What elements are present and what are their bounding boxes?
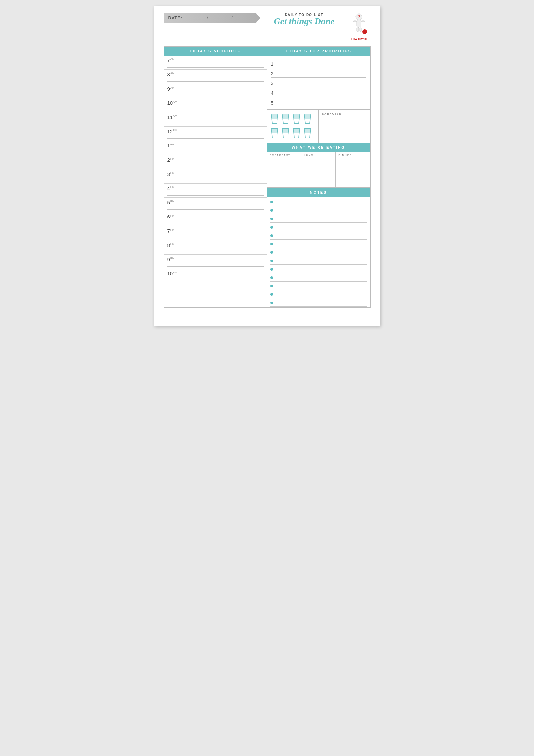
priority-list: 1 2 3 4 5 (267, 56, 370, 109)
svg-rect-3 (362, 21, 365, 22)
time-suffix: PM (170, 242, 175, 246)
priority-item-3[interactable]: 3 (271, 78, 366, 87)
note-bullet (270, 293, 273, 296)
svg-text:?: ? (357, 14, 361, 19)
water-glass-icon[interactable] (303, 113, 312, 125)
water-glass-icon[interactable] (292, 127, 301, 139)
time-suffix: PM (170, 256, 175, 260)
logo-svg: ? (350, 13, 368, 36)
time-label: 5PM (167, 200, 175, 205)
water-glass-icon[interactable] (270, 113, 279, 125)
breakfast-col[interactable]: BREAKFAST (267, 152, 301, 187)
right-column: TODAY'S TOP PRIORITIES 1 2 3 4 5 (267, 46, 370, 308)
date-section: DATE: _______ /_______ /_______ (164, 13, 261, 23)
time-slot-4pm[interactable]: 4PM (164, 184, 267, 198)
note-bullet (270, 201, 273, 203)
svg-point-7 (363, 29, 367, 34)
water-glass-icon[interactable] (270, 127, 279, 139)
time-suffix: PM (170, 185, 175, 189)
time-slot-2pm[interactable]: 2PM (164, 155, 267, 169)
time-slot-7pm[interactable]: 7PM (164, 226, 267, 240)
note-item[interactable] (270, 214, 367, 223)
notes-header: NOTES (267, 188, 370, 197)
water-row-1 (270, 113, 316, 125)
time-suffix: PM (173, 129, 177, 132)
note-bullet (270, 243, 273, 245)
dinner-col[interactable]: DINNER (336, 152, 370, 187)
priority-item-5[interactable]: 5 (271, 97, 366, 107)
time-slot-9am[interactable]: 9AM (164, 84, 267, 98)
time-slot-7am[interactable]: 7AM (164, 56, 267, 70)
time-label: 10PM (167, 271, 177, 276)
note-item[interactable] (270, 223, 367, 231)
water-glass-icon[interactable] (281, 113, 291, 125)
time-slot-10pm[interactable]: 10PM (164, 269, 267, 289)
note-item[interactable] (270, 239, 367, 248)
priority-item-4[interactable]: 4 (271, 87, 366, 97)
note-item[interactable] (270, 231, 367, 239)
note-item[interactable] (270, 273, 367, 282)
priority-num-5: 5 (271, 100, 277, 106)
notes-list (267, 197, 370, 308)
tagline: Get things Done (261, 16, 348, 26)
priority-num-4: 4 (271, 91, 277, 96)
note-item[interactable] (270, 298, 367, 307)
priority-item-1[interactable]: 1 (271, 58, 366, 68)
time-slot-8am[interactable]: 8AM (164, 70, 267, 84)
lunch-col[interactable]: LUNCH (301, 152, 336, 187)
time-slot-6pm[interactable]: 6PM (164, 212, 267, 226)
time-slot-12pm[interactable]: 12PM (164, 127, 267, 141)
time-slot-11am[interactable]: 11AM (164, 113, 267, 127)
time-label: 1PM (167, 143, 175, 148)
note-item[interactable] (270, 206, 367, 214)
note-item[interactable] (270, 282, 367, 290)
title-section: DAILY TO DO LIST Get things Done (261, 13, 348, 26)
time-suffix: PM (170, 143, 175, 146)
water-glass-icon[interactable] (292, 113, 301, 125)
note-bullet (270, 268, 273, 271)
time-label: 12PM (167, 129, 177, 134)
note-bullet (270, 276, 273, 279)
time-suffix: PM (170, 228, 175, 231)
svg-rect-1 (357, 20, 361, 27)
time-suffix: PM (170, 214, 175, 217)
exercise-input[interactable] (322, 117, 367, 136)
time-suffix: AM (173, 100, 177, 103)
meals-grid: BREAKFAST LUNCH DINNER (267, 152, 370, 188)
time-slot-1pm[interactable]: 1PM (164, 141, 267, 155)
note-bullet (270, 259, 273, 262)
water-glass-icon[interactable] (281, 127, 291, 139)
water-section (267, 110, 319, 143)
time-label: 10AM (167, 100, 177, 106)
time-label: 9PM (167, 256, 175, 262)
time-slot-10am[interactable]: 10AM (164, 98, 267, 113)
note-item[interactable] (270, 256, 367, 265)
note-bullet (270, 285, 273, 287)
water-glass-icon[interactable] (303, 127, 312, 139)
date-blanks[interactable]: _______ /_______ /_______ (184, 15, 254, 20)
note-item[interactable] (270, 265, 367, 273)
priorities-header: TODAY'S TOP PRIORITIES (267, 46, 370, 56)
time-slot-5pm[interactable]: 5PM (164, 198, 267, 212)
note-bullet (270, 302, 273, 304)
exercise-label: EXERCISE (322, 112, 367, 115)
time-suffix: AM (170, 58, 175, 61)
lunch-label: LUNCH (304, 154, 333, 157)
time-label: 8PM (167, 242, 175, 248)
note-item[interactable] (270, 248, 367, 256)
eating-section: WHAT WE'RE EATING BREAKFAST LUNCH DINNER (267, 143, 370, 188)
svg-rect-2 (353, 21, 357, 22)
time-label: 7PM (167, 228, 175, 234)
daily-planner-page: DATE: _______ /_______ /_______ DAILY TO… (154, 7, 380, 326)
dinner-label: DINNER (338, 154, 367, 157)
logo-figure: ? (350, 13, 368, 38)
note-item[interactable] (270, 290, 367, 298)
time-slot-3pm[interactable]: 3PM (164, 169, 267, 184)
note-item[interactable] (270, 198, 367, 206)
priority-item-2[interactable]: 2 (271, 68, 366, 78)
time-slot-9pm[interactable]: 9PM (164, 255, 267, 269)
priority-num-2: 2 (271, 71, 277, 76)
time-slot-8pm[interactable]: 8PM (164, 240, 267, 255)
page-header: DATE: _______ /_______ /_______ DAILY TO… (164, 13, 370, 40)
water-exercise-row: EXERCISE (267, 109, 370, 143)
